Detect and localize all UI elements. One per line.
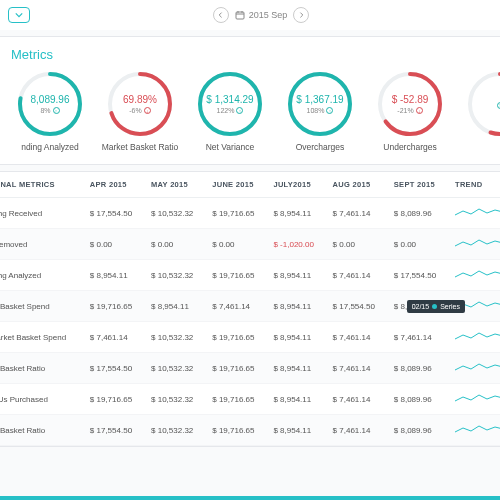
- metric-ring: $ 1,314.29 122% ↑: [196, 70, 264, 138]
- cell: $ 8,954.11: [267, 198, 326, 229]
- date-prev-button[interactable]: [213, 7, 229, 23]
- tooltip-series: Series: [440, 303, 460, 310]
- cell: $ 19,716.65: [206, 260, 267, 291]
- row-label: ket Basket Ratio: [0, 415, 84, 446]
- cell: $ 7,461.14: [84, 322, 145, 353]
- cell: $ 19,716.65: [84, 291, 145, 322]
- sparkline-icon: [455, 205, 500, 219]
- filter-dropdown[interactable]: [8, 7, 30, 23]
- sparkline-icon: [455, 360, 500, 374]
- sparkline-icon: [455, 422, 500, 436]
- table-row[interactable]: ket Basket Ratio$ 17,554.50$ 10,532.32$ …: [0, 415, 500, 446]
- cell: $ -1,020.00: [267, 229, 326, 260]
- cell: $ 0.00: [206, 229, 267, 260]
- table-header-row: TIONAL METRICSAPR 2015MAY 2015JUNE 2015J…: [0, 172, 500, 198]
- metric-value: 8,089.96: [31, 94, 70, 105]
- trend-down-icon: ↓: [144, 107, 151, 114]
- metric-card[interactable]: $ -52.89 -21% ↓ Undercharges: [371, 70, 449, 152]
- cell: $ 10,532.32: [145, 353, 206, 384]
- bottom-accent-bar: [0, 496, 500, 500]
- date-label[interactable]: 2015 Sep: [235, 10, 288, 20]
- cell: $ 8,954.11: [84, 260, 145, 291]
- table-header[interactable]: TIONAL METRICS: [0, 172, 84, 198]
- sparkline-icon: [455, 391, 500, 405]
- table-row[interactable]: -Market Basket Spend$ 7,461.14$ 10,532.3…: [0, 322, 500, 353]
- cell: $ 17,554.50: [84, 415, 145, 446]
- table-header[interactable]: SEPT 2015: [388, 172, 449, 198]
- metric-label: Overcharges: [281, 142, 359, 152]
- row-label: ket Basket Ratio: [0, 353, 84, 384]
- section-title: Metrics: [11, 47, 500, 62]
- metric-sub: 122% ↑: [217, 107, 244, 114]
- table-row[interactable]: s Removed$ 0.00$ 0.00$ 0.00$ -1,020.00$ …: [0, 229, 500, 260]
- chevron-down-icon: [15, 11, 23, 19]
- metric-card[interactable]: $ 1,314.29 122% ↑ Net Variance: [191, 70, 269, 152]
- metric-sub: 108% ↑: [307, 107, 334, 114]
- trend-down-icon: ↓: [416, 107, 423, 114]
- cell: $ 10,532.32: [145, 415, 206, 446]
- cell: $ 8,954.11: [267, 415, 326, 446]
- metric-sub: -21% ↓: [397, 107, 422, 114]
- metrics-card: Metrics 8,089.96 8% ↑ nding Analyzed 69.…: [0, 36, 500, 165]
- trend-cell: [449, 353, 500, 384]
- table-row[interactable]: ket Basket Ratio$ 17,554.50$ 10,532.32$ …: [0, 353, 500, 384]
- topbar: 2015 Sep: [0, 0, 500, 30]
- cell: $ 8,954.11: [145, 291, 206, 322]
- cell: $ 8,089.96: [388, 198, 449, 229]
- cell: $ 7,461.14: [388, 322, 449, 353]
- metric-ring: 8,089.96 8% ↑: [16, 70, 84, 138]
- row-label: s Removed: [0, 229, 84, 260]
- trend-cell: [449, 384, 500, 415]
- table-header[interactable]: MAY 2015: [145, 172, 206, 198]
- trend-cell: [449, 322, 500, 353]
- trend-up-icon: ↑: [53, 107, 60, 114]
- sparkline-icon: [455, 236, 500, 250]
- trend-up-icon: ↑: [236, 107, 243, 114]
- metric-value: $ 1,367.19: [296, 94, 343, 105]
- cell: $ 19,716.65: [84, 384, 145, 415]
- table-header[interactable]: TREND: [449, 172, 500, 198]
- metric-card[interactable]: 8,089.96 8% ↑ nding Analyzed: [11, 70, 89, 152]
- table-header[interactable]: AUG 2015: [327, 172, 388, 198]
- chart-tooltip: 02/15 Series: [407, 300, 465, 313]
- cell: $ 7,461.14: [327, 353, 388, 384]
- table-header[interactable]: JULY2015: [267, 172, 326, 198]
- metric-card[interactable]: $ 1,367.19 108% ↑ Overcharges: [281, 70, 359, 152]
- table-row[interactable]: nding Analyzed$ 8,954.11$ 10,532.32$ 19,…: [0, 260, 500, 291]
- cell: $ 17,554.50: [388, 260, 449, 291]
- table-row[interactable]: SKUs Purchased$ 19,716.65$ 10,532.32$ 19…: [0, 384, 500, 415]
- cell: $ 8,954.11: [267, 260, 326, 291]
- metric-label: Net Variance: [191, 142, 269, 152]
- table-row[interactable]: nding Received$ 17,554.50$ 10,532.32$ 19…: [0, 198, 500, 229]
- table-body: nding Received$ 17,554.50$ 10,532.32$ 19…: [0, 198, 500, 446]
- cell: $ 19,716.65: [206, 353, 267, 384]
- date-picker: 2015 Sep: [213, 7, 310, 23]
- date-next-button[interactable]: [293, 7, 309, 23]
- cell: $ 0.00: [327, 229, 388, 260]
- metric-ring: $ 1,367.19 108% ↑: [286, 70, 354, 138]
- cell: $ 7,461.14: [206, 291, 267, 322]
- metric-label: nding Analyzed: [11, 142, 89, 152]
- cell: $ 17,554.50: [84, 353, 145, 384]
- cell: $ 7,461.14: [327, 260, 388, 291]
- row-label: SKUs Purchased: [0, 384, 84, 415]
- row-label: ket Basket Spend: [0, 291, 84, 322]
- cell: $ 8,089.96: [388, 384, 449, 415]
- metric-card[interactable]: 69.89% -6% ↓ Market Basket Ratio: [101, 70, 179, 152]
- trend-up-icon: ↑: [497, 102, 501, 109]
- metric-card[interactable]: ↑: [461, 70, 500, 152]
- cell: $ 0.00: [145, 229, 206, 260]
- arrow-left-icon: [218, 12, 224, 18]
- metric-sub: ↑: [497, 102, 501, 109]
- row-label: -Market Basket Spend: [0, 322, 84, 353]
- metric-label: Market Basket Ratio: [101, 142, 179, 152]
- table-header[interactable]: JUNE 2015: [206, 172, 267, 198]
- metric-sub: 8% ↑: [40, 107, 59, 114]
- trend-cell: [449, 415, 500, 446]
- metrics-row: 8,089.96 8% ↑ nding Analyzed 69.89% -6% …: [11, 70, 500, 152]
- table-header[interactable]: APR 2015: [84, 172, 145, 198]
- date-text: 2015 Sep: [249, 10, 288, 20]
- cell: $ 17,554.50: [327, 291, 388, 322]
- cell: $ 8,089.96: [388, 415, 449, 446]
- metric-ring: 69.89% -6% ↓: [106, 70, 174, 138]
